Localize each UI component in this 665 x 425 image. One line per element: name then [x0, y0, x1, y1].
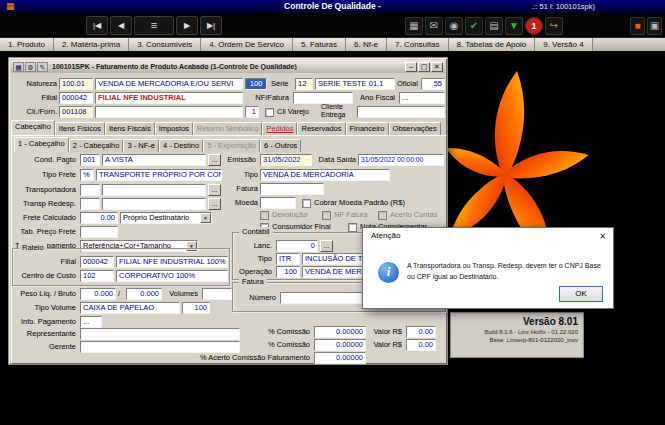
fatura-input[interactable] [260, 183, 324, 195]
cli-varejo-checkbox[interactable] [265, 108, 274, 117]
data-saida-input[interactable]: 31/05/2022 00:00:00 [358, 154, 444, 166]
settings-gear-icon[interactable]: ⚙ [25, 62, 36, 72]
menu-item-produto[interactable]: 1. Produto [0, 38, 54, 51]
natureza-ref-input[interactable]: 100 [245, 78, 267, 90]
transportadora-code-input[interactable] [80, 184, 100, 196]
ano-fiscal-input[interactable]: ... [399, 92, 445, 104]
tipo-frete-desc-input[interactable]: TRANSPORTE PRÓPRIO POR CONTA D [96, 169, 222, 181]
calculator-icon[interactable]: ▦ [405, 17, 423, 35]
stop-icon[interactable]: ■ [630, 17, 645, 35]
cli-forn-qty-input[interactable]: 1 [245, 106, 259, 118]
rateio-centro-desc-input[interactable]: CORPORATIVO 100% [116, 270, 228, 282]
filial-code-input[interactable]: 000042 [59, 92, 93, 104]
nav-next-button[interactable]: ▶ [176, 16, 198, 35]
cond-pagto-code-input[interactable]: 001 [80, 154, 100, 166]
close-button[interactable]: ✕ [431, 62, 443, 72]
nav-previous-button[interactable]: ◀ [110, 16, 132, 35]
cliente-entrega-input[interactable] [357, 106, 445, 118]
nav-last-button[interactable]: ▶| [200, 16, 222, 35]
oficial-input[interactable]: 55 [421, 78, 445, 90]
comissao1-input[interactable]: 0.00000 [314, 326, 366, 338]
frete-tipo-combo[interactable]: Próprio Destinatário [120, 212, 212, 224]
lanc-input[interactable]: 0 [276, 240, 318, 252]
valor2-input[interactable]: 0.00 [406, 339, 436, 351]
volumes-input[interactable] [202, 288, 232, 300]
representante-input[interactable] [80, 328, 240, 340]
natureza-desc-input[interactable]: VENDA DE MERCADORIA E/OU SERVI [95, 78, 243, 90]
tipo-volume-input[interactable]: CAIXA DE PAPELAO [80, 302, 180, 314]
close-icon[interactable]: ✕ [595, 230, 610, 243]
tab-reservados[interactable]: Reservados [297, 122, 345, 135]
transportadora-desc-input[interactable] [102, 184, 206, 196]
peso-liq-input[interactable]: 0.000 [80, 288, 116, 300]
nav-first-button[interactable]: |◀ [86, 16, 108, 35]
subtab-3-nfe[interactable]: 3 - NF-e [123, 139, 159, 152]
rateio-filial-code-input[interactable]: 000042 [80, 256, 114, 268]
frete-calculado-input[interactable]: 0.00 [80, 212, 118, 224]
menu-item-tabelas-de-apoio[interactable]: 8. Tabelas de Apoio [449, 38, 536, 51]
serie-desc-input[interactable]: SERIE TESTE 01.1 [315, 78, 395, 90]
subtab-1-cabecalho[interactable]: 1 - Cabeçalho [14, 137, 69, 152]
transportadora-browse-button[interactable]: ... [208, 184, 221, 196]
tab-impostos[interactable]: Impostos [155, 122, 193, 135]
tipo-input[interactable]: VENDA DE MERCADORIA [260, 169, 390, 181]
menu-item-ordem-de-servico[interactable]: 4. Ordem De Servico [201, 38, 293, 51]
acerto-comissao-input[interactable]: 0.00000 [314, 352, 366, 364]
transp-redesp-desc-input[interactable] [102, 198, 206, 210]
serie-code-input[interactable]: 12 [295, 78, 313, 90]
tab-financeiro[interactable]: Financeiro [346, 122, 389, 135]
cli-forn-desc-input[interactable] [95, 106, 243, 118]
tab-preco-frete-input[interactable] [80, 226, 118, 238]
filial-desc-input[interactable]: FILIAL NFE INDUSTRIAL [95, 92, 243, 104]
exit-icon[interactable]: ↪ [545, 17, 563, 35]
window-restore-icon[interactable]: ▣ [647, 17, 662, 35]
edit-pencil-icon[interactable]: ✎ [37, 62, 48, 72]
moeda-input[interactable] [260, 197, 296, 209]
nav-menu-button[interactable]: ≡ [134, 16, 174, 35]
subtab-2-cabecalho[interactable]: 2 - Cabeçalho [69, 139, 124, 152]
cobrar-moeda-checkbox[interactable] [302, 199, 311, 208]
natureza-code-input[interactable]: 100.01 [59, 78, 93, 90]
info-pagamento-input[interactable]: ... [80, 316, 102, 328]
ok-button[interactable]: OK [559, 286, 603, 302]
confirm-check-icon[interactable]: ✔ [465, 17, 483, 35]
menu-item-consultas[interactable]: 7. Consultas [387, 38, 448, 51]
window-titlebar[interactable]: ▦ ⚙ ✎ 100101SPK - Faturamento de Produto… [11, 60, 445, 73]
cli-forn-code-input[interactable]: 001108 [59, 106, 93, 118]
form-grid-icon[interactable]: ▦ [13, 62, 24, 72]
nota-complementar-checkbox[interactable] [348, 223, 357, 232]
rateio-centro-code-input[interactable]: 102 [80, 270, 114, 282]
lanc-browse-button[interactable]: ... [320, 240, 333, 252]
menu-item-materia-prima[interactable]: 2. Matéria-prima [54, 38, 129, 51]
chevron-down-icon[interactable]: ▼ [200, 213, 211, 223]
menu-item-faturas[interactable]: 5. Faturas [293, 38, 346, 51]
alert-badge-icon[interactable]: 1 [525, 17, 543, 35]
operacao-code-input[interactable]: 100 [276, 266, 300, 278]
tab-pedidos[interactable]: Pedidos [262, 122, 297, 135]
peso-bruto-input[interactable]: 0.000 [126, 288, 162, 300]
rateio-filial-desc-input[interactable]: FILIAL NFE INDUSTRIAL 100% [116, 256, 228, 268]
menu-item-versao-4[interactable]: 9. Versão 4 [535, 38, 592, 51]
export-download-icon[interactable]: ▼ [505, 17, 523, 35]
tipo-frete-code-input[interactable]: % [80, 169, 94, 181]
transp-redesp-code-input[interactable] [80, 198, 100, 210]
subtab-6-outros[interactable]: 6 - Outros [260, 139, 301, 152]
tab-cabecalho[interactable]: Cabeçalho [11, 120, 55, 135]
transp-redesp-browse-button[interactable]: ... [208, 198, 221, 210]
print-icon[interactable]: ▤ [485, 17, 503, 35]
maximize-button[interactable]: ▢ [418, 62, 430, 72]
menu-item-nfe[interactable]: 6. Nf-e [346, 38, 387, 51]
contabil-tipo-code-input[interactable]: ITR [276, 253, 300, 265]
subtab-4-destino[interactable]: 4 - Destino [159, 139, 203, 152]
tab-itens-fiscais[interactable]: Itens Fiscais [105, 122, 155, 135]
tipo-volume-qty-input[interactable]: 100 [182, 302, 210, 314]
minimize-button[interactable]: – [405, 62, 417, 72]
emissao-input[interactable]: 31/05/2022 [260, 154, 312, 166]
menu-item-consumiveis[interactable]: 3. Consumíveis [129, 38, 201, 51]
mail-icon[interactable]: ✉ [425, 17, 443, 35]
clock-icon[interactable]: ◉ [445, 17, 463, 35]
tab-observacoes[interactable]: Observações [389, 122, 441, 135]
valor1-input[interactable]: 0.00 [406, 326, 436, 338]
comissao2-input[interactable]: 0.00000 [314, 339, 366, 351]
cond-pagto-desc-input[interactable]: A VISTA [102, 154, 206, 166]
